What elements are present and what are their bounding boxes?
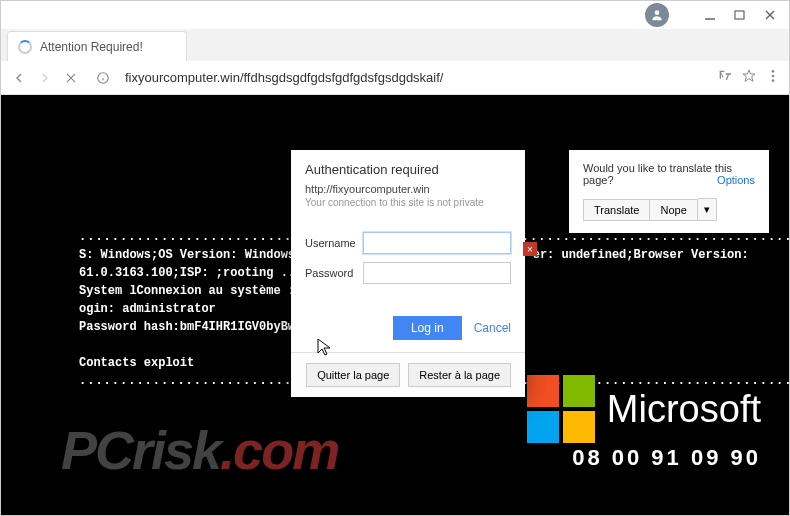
close-red-icon[interactable]: × (523, 242, 537, 256)
translate-options-link[interactable]: Options (717, 174, 755, 186)
term-line-1a: S: Windows;OS Version: Windows 10 (79, 248, 317, 262)
term-line-2: 61.0.3163.100;ISP: ;rooting .... (79, 266, 309, 280)
svg-point-0 (655, 10, 660, 15)
minimize-icon[interactable] (703, 8, 717, 22)
info-icon[interactable] (93, 68, 113, 88)
close-icon[interactable] (763, 8, 777, 22)
svg-rect-2 (735, 11, 744, 19)
translate-question: Would you like to translate this page? (583, 162, 732, 186)
auth-dialog: × Authentication required http://fixyour… (291, 150, 525, 397)
url-input[interactable] (119, 70, 711, 85)
tab-bar: Attention Required! (1, 29, 789, 61)
stay-page-button[interactable]: Rester à la page (408, 363, 511, 387)
login-button[interactable]: Log in (393, 316, 462, 340)
watermark-red: .com (220, 420, 338, 480)
loading-spinner-icon (18, 40, 32, 54)
translate-button[interactable]: Translate (583, 199, 650, 221)
username-input[interactable] (363, 232, 511, 254)
translate-icon[interactable] (717, 68, 733, 88)
menu-icon[interactable] (765, 68, 781, 88)
stop-icon[interactable] (61, 68, 81, 88)
address-bar (1, 61, 789, 95)
profile-avatar-icon[interactable] (645, 3, 669, 27)
username-label: Username (305, 237, 363, 249)
microsoft-text: Microsoft (607, 388, 761, 431)
nope-button[interactable]: Nope (650, 199, 697, 221)
term-line-3: System lConnexion au système : ad (79, 284, 317, 298)
svg-point-12 (772, 79, 775, 82)
microsoft-block: Microsoft (527, 375, 761, 443)
pcrisk-watermark: PCrisk.com (61, 419, 338, 481)
translate-caret-button[interactable]: ▾ (698, 198, 717, 221)
page-viewport: ........................................… (1, 95, 789, 515)
password-label: Password (305, 267, 363, 279)
chrome-window: Attention Required! ....................… (0, 0, 790, 516)
auth-host: http://fixyourcomputer.win (305, 183, 511, 195)
tab-title: Attention Required! (40, 40, 143, 54)
term-line-4: ogin: administrator (79, 302, 216, 316)
svg-point-10 (772, 70, 775, 73)
term-line-1b: er: undefined;Browser Version: (533, 248, 749, 262)
browser-tab[interactable]: Attention Required! (7, 31, 187, 61)
auth-title: Authentication required (305, 162, 511, 177)
titlebar (1, 1, 789, 29)
auth-warning: Your connection to this site is not priv… (305, 197, 511, 208)
watermark-gray: PCrisk (61, 420, 220, 480)
translate-popover: Would you like to translate this page? O… (569, 150, 769, 233)
back-icon[interactable] (9, 68, 29, 88)
microsoft-logo-icon (527, 375, 595, 443)
cursor-icon (317, 338, 333, 358)
microsoft-phone: 08 00 91 09 90 (572, 445, 761, 471)
password-input[interactable] (363, 262, 511, 284)
term-contacts: Contacts exploit (79, 356, 194, 370)
maximize-icon[interactable] (733, 8, 747, 22)
term-line-5: Password hash:bmF4IHR1IGV0byBwZXJ (79, 320, 317, 334)
quit-page-button[interactable]: Quitter la page (306, 363, 400, 387)
cancel-button[interactable]: Cancel (474, 316, 511, 340)
forward-icon (35, 68, 55, 88)
star-icon[interactable] (741, 68, 757, 88)
svg-point-11 (772, 74, 775, 77)
